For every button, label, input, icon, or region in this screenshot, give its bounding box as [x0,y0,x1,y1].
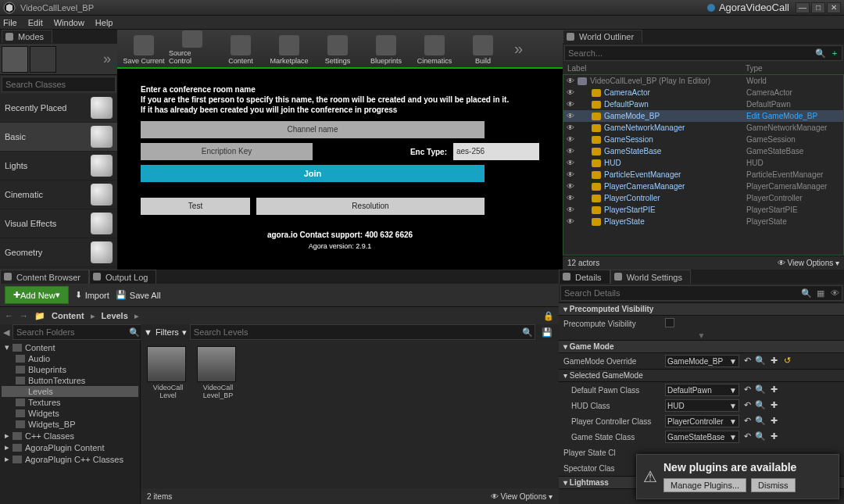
class-dropdown[interactable]: HUD▼ [665,399,739,412]
tree-node[interactable]: ▸ AgoraPlugin Content [2,441,138,453]
details-tab[interactable]: Details [559,270,610,284]
menu-file[interactable]: File [3,18,17,27]
eye-icon[interactable]: 👁 [567,159,578,167]
toolbar-source-control[interactable]: Source Control [169,30,216,66]
outliner-row[interactable]: 👁GameNetworkManagerGameNetworkManager [563,122,843,134]
outliner-row[interactable]: 👁GameStateBaseGameStateBase [563,145,843,157]
add-icon[interactable]: ✚ [768,400,779,411]
content-browser-tab[interactable]: Content Browser [0,270,89,284]
eye-icon[interactable]: 👁 [828,288,842,298]
outliner-row[interactable]: 👁ParticleEventManagerParticleEventManage… [563,169,843,181]
view-options-button[interactable]: 👁 View Options ▾ [778,259,839,267]
tree-node[interactable]: ▾ Content [2,341,138,353]
category-visual-effects[interactable]: Visual Effects [0,209,117,238]
browse-icon[interactable]: 🔍 [755,384,766,395]
asset-item[interactable]: VideoCallLevel_BP [197,346,239,399]
toolbar-more-icon[interactable]: » [508,40,529,58]
eye-icon[interactable]: 👁 [567,206,578,214]
encryption-key-input[interactable]: Encription Key [141,143,313,160]
outliner-row[interactable]: 👁PlayerControllerPlayerController [563,192,843,204]
browse-icon[interactable]: 🔍 [755,416,766,427]
modes-more-icon[interactable]: » [98,51,116,67]
search-folders-input[interactable] [13,327,127,337]
reset-icon[interactable]: ↶ [742,400,753,411]
class-dropdown[interactable]: PlayerController▼ [665,415,739,427]
undo-icon[interactable]: ↺ [781,356,792,366]
resolution-button[interactable]: Resolution [256,198,485,215]
outliner-row[interactable]: 👁DefaultPawnDefaultPawn [563,98,843,110]
forward-icon[interactable]: → [20,311,28,320]
browse-icon[interactable]: 🔍 [755,356,766,366]
eye-icon[interactable]: 👁 [567,182,578,191]
menu-help[interactable]: Help [95,18,113,27]
tree-node[interactable]: Blueprints [2,364,138,375]
eye-icon[interactable]: 👁 [567,112,578,120]
minimize-button[interactable]: — [796,2,810,13]
class-dropdown[interactable]: DefaultPawn▼ [665,384,739,396]
toolbar-blueprints[interactable]: Blueprints [363,30,409,66]
tree-node[interactable]: ▸ C++ Classes [2,430,138,441]
section-selected-gamemode[interactable]: ▾ Selected GameMode [559,369,844,382]
lock-icon[interactable]: 🔒 [543,311,554,321]
eye-icon[interactable]: 👁 [567,88,578,97]
tree-node[interactable]: Widgets_BP [2,419,138,430]
collapse-icon[interactable]: ◀ [3,327,9,338]
paint-mode-button[interactable] [30,46,56,73]
outliner-row[interactable]: 👁GameSessionGameSession [563,134,843,145]
search-assets-input[interactable] [191,327,520,337]
manage-plugins-button[interactable]: Manage Plugins... [663,478,746,492]
save-icon[interactable]: 💾 [538,327,556,338]
reset-icon[interactable]: ↶ [742,416,753,427]
crumb-levels[interactable]: Levels [102,311,128,320]
asset-item[interactable]: VideoCallLevel [147,346,189,399]
toolbar-build[interactable]: Build [460,30,506,66]
enc-type-dropdown[interactable]: aes-256 [453,143,539,160]
section-game-mode[interactable]: ▾ Game Mode [559,340,844,353]
search-details-input[interactable] [561,288,799,298]
reset-icon[interactable]: ↶ [742,384,753,395]
browse-icon[interactable]: 🔍 [755,431,766,442]
menu-window[interactable]: Window [54,18,84,27]
add-icon[interactable]: ✚ [768,416,779,427]
crumb-content[interactable]: Content [52,311,84,320]
eye-icon[interactable]: 👁 [567,123,578,132]
eye-icon[interactable]: 👁 [567,77,578,85]
reset-icon[interactable]: ↶ [742,431,753,442]
modes-tab[interactable]: Modes [2,30,52,43]
toolbar-save-current[interactable]: Save Current [120,30,167,66]
col-label[interactable]: Label [567,64,746,73]
view-options-button[interactable]: 👁 View Options ▾ [491,492,553,501]
add-icon[interactable]: ✚ [768,431,779,442]
world-settings-tab[interactable]: World Settings [610,270,691,284]
add-new-button[interactable]: ✚ Add New ▾ [5,286,69,304]
section-precomputed-visibility[interactable]: ▾ Precomputed Visibility [559,302,844,316]
outliner-row[interactable]: 👁GameMode_BPEdit GameMode_BP [563,110,843,122]
add-icon[interactable]: ✚ [768,356,779,366]
browse-icon[interactable]: 🔍 [755,400,766,411]
output-log-tab[interactable]: Output Log [89,270,156,284]
col-type[interactable]: Type [746,64,839,73]
outliner-row[interactable]: 👁HUDHUD [563,157,843,169]
category-recently-placed[interactable]: Recently Placed [0,94,117,123]
outliner-root[interactable]: VideoCallLevel_BP (Play In Editor) [590,77,746,85]
menu-edit[interactable]: Edit [28,18,43,27]
tree-node[interactable]: Textures [2,397,138,408]
checkbox[interactable] [665,318,674,327]
category-basic[interactable]: Basic [0,123,117,152]
matrix-icon[interactable]: ▦ [814,288,828,298]
world-outliner-tab[interactable]: World Outliner [563,30,642,43]
join-button[interactable]: Join [141,165,485,182]
back-icon[interactable]: ← [5,311,13,320]
outliner-row[interactable]: 👁PlayerStartPIEPlayerStartPIE [563,204,843,216]
add-icon[interactable]: ✚ [768,384,779,395]
dismiss-button[interactable]: Dismiss [751,478,796,492]
toolbar-settings[interactable]: Settings [314,30,361,66]
test-button[interactable]: Test [141,198,250,215]
outliner-row[interactable]: 👁PlayerCameraManagerPlayerCameraManager [563,181,843,192]
outliner-row[interactable]: 👁PlayerStatePlayerState [563,216,843,227]
gamemode-dropdown[interactable]: GameMode_BP▼ [665,355,739,367]
add-icon[interactable]: + [828,48,842,58]
eye-icon[interactable]: 👁 [567,135,578,144]
save-all-button[interactable]: 💾 Save All [116,290,161,300]
category-cinematic[interactable]: Cinematic [0,181,117,209]
